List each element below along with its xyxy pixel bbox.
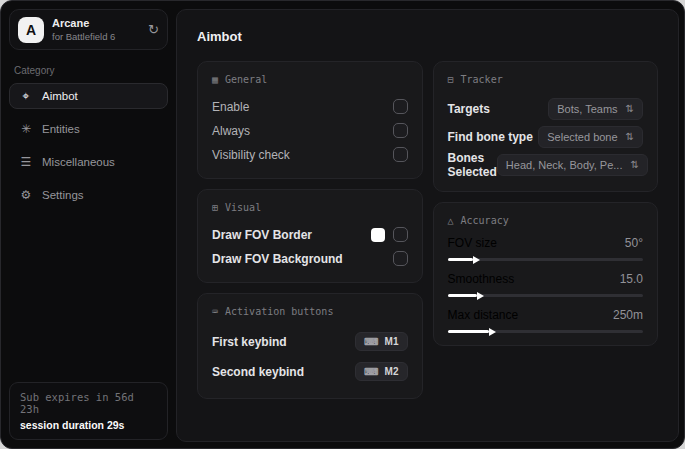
setting-row-max-distance: Max distance 250m: [448, 308, 644, 333]
setting-label: Draw FOV Border: [212, 228, 312, 242]
card-tracker: ⊟ Tracker Targets Bots, Teams ⇅ Find bon…: [433, 61, 659, 192]
gear-icon: ⚙: [19, 189, 33, 201]
setting-value: 15.0: [620, 272, 643, 286]
card-visual: ⊞ Visual Draw FOV Border Draw FOV Backgr…: [197, 189, 423, 283]
entities-icon: ✳: [19, 123, 33, 135]
setting-value: 250m: [613, 308, 643, 322]
plus-box-icon: ⊞: [212, 203, 218, 213]
updown-chevron-icon: ⇅: [630, 160, 638, 170]
crosshair-icon: ⌖: [19, 90, 33, 102]
first-keybind-button[interactable]: ⌨ M1: [355, 332, 407, 351]
app-subtitle: for Battlefield 6: [52, 31, 115, 42]
setting-label: Draw FOV Background: [212, 252, 343, 266]
sidebar-item-entities[interactable]: ✳ Entities: [9, 116, 168, 142]
sidebar-item-label: Aimbot: [42, 90, 78, 102]
find-bone-type-dropdown[interactable]: Selected bone ⇅: [538, 126, 643, 148]
dropdown-value: Head, Neck, Body, Pe...: [506, 159, 623, 171]
session-duration-text: session duration 29s: [20, 419, 157, 431]
card-title: Visual: [225, 202, 261, 213]
setting-row-fov-size: FOV size 50°: [448, 236, 644, 261]
card-activation-buttons: ⌨ Activation buttons First keybind ⌨ M1 …: [197, 293, 423, 399]
card-title: General: [225, 74, 267, 85]
app-logo: A: [18, 17, 44, 43]
setting-label: Bones Selected: [448, 151, 497, 179]
enable-checkbox[interactable]: [393, 99, 408, 114]
setting-label: Always: [212, 124, 250, 138]
card-title: Tracker: [461, 74, 503, 85]
slider-fill[interactable]: [448, 330, 489, 333]
category-label: Category: [14, 65, 163, 76]
card-title: Activation buttons: [225, 306, 333, 317]
setting-label: Visibility check: [212, 148, 290, 162]
app-meta: Arcane for Battlefield 6: [52, 17, 115, 42]
keybind-value: M1: [385, 336, 399, 347]
setting-value: 50°: [625, 236, 643, 250]
setting-label: Find bone type: [448, 130, 533, 144]
keyboard-icon: ⌨: [364, 337, 378, 347]
keyboard-icon: ⌨: [364, 367, 378, 377]
setting-row-visibility-check: Visibility check: [212, 143, 408, 166]
triangle-icon: △: [448, 216, 454, 226]
sidebar-item-aimbot[interactable]: ⌖ Aimbot: [9, 83, 168, 109]
setting-row-draw-fov-border: Draw FOV Border: [212, 223, 408, 246]
card-accuracy: △ Accuracy FOV size 50°: [433, 202, 659, 346]
setting-row-always: Always: [212, 119, 408, 142]
sidebar-item-label: Miscellaneous: [42, 156, 115, 168]
subscription-info: Sub expires in 56d 23h session duration …: [9, 382, 168, 440]
slider-fill[interactable]: [448, 258, 473, 261]
updown-chevron-icon: ⇅: [626, 104, 634, 114]
card-general: ▦ General Enable Always Visibility check: [197, 61, 423, 179]
card-title: Accuracy: [461, 215, 509, 226]
visibility-check-checkbox[interactable]: [393, 147, 408, 162]
smoothness-slider[interactable]: [448, 294, 644, 297]
draw-fov-background-checkbox[interactable]: [393, 251, 408, 266]
targets-dropdown[interactable]: Bots, Teams ⇅: [548, 98, 643, 120]
setting-label: Targets: [448, 102, 490, 116]
keybind-value: M2: [385, 366, 399, 377]
refresh-icon[interactable]: ↻: [148, 23, 159, 36]
setting-row-find-bone-type: Find bone type Selected bone ⇅: [448, 123, 644, 150]
setting-label: First keybind: [212, 335, 287, 349]
keyboard-icon: ⌨: [212, 307, 218, 317]
sub-expiry-text: Sub expires in 56d 23h: [20, 391, 157, 415]
setting-row-targets: Targets Bots, Teams ⇅: [448, 95, 644, 122]
sidebar-item-settings[interactable]: ⚙ Settings: [9, 182, 168, 208]
setting-label: Max distance: [448, 308, 519, 322]
sidebar: A Arcane for Battlefield 6 ↻ Category ⌖ …: [1, 1, 176, 448]
minus-box-icon: ⊟: [448, 75, 454, 85]
draw-fov-border-checkbox[interactable]: [393, 227, 408, 242]
always-checkbox[interactable]: [393, 123, 408, 138]
grid-icon: ▦: [212, 75, 218, 85]
fov-border-color-swatch[interactable]: [371, 228, 385, 242]
setting-row-first-keybind: First keybind ⌨ M1: [212, 327, 408, 356]
second-keybind-button[interactable]: ⌨ M2: [355, 362, 407, 381]
app-header: A Arcane for Battlefield 6 ↻: [9, 9, 168, 50]
setting-row-bones-selected: Bones Selected Head, Neck, Body, Pe... ⇅: [448, 151, 644, 179]
slider-fill[interactable]: [448, 294, 477, 297]
sidebar-item-miscellaneous[interactable]: ☰ Miscellaneous: [9, 149, 168, 175]
dropdown-value: Selected bone: [547, 131, 617, 143]
sidebar-item-label: Entities: [42, 123, 80, 135]
setting-row-smoothness: Smoothness 15.0: [448, 272, 644, 297]
setting-label: Smoothness: [448, 272, 515, 286]
sidebar-item-label: Settings: [42, 189, 84, 201]
app-name: Arcane: [52, 17, 115, 29]
sidebar-nav: ⌖ Aimbot ✳ Entities ☰ Miscellaneous ⚙ Se…: [9, 83, 168, 208]
page-title: Aimbot: [197, 29, 658, 44]
setting-row-draw-fov-background: Draw FOV Background: [212, 247, 408, 270]
fov-size-slider[interactable]: [448, 258, 644, 261]
updown-chevron-icon: ⇅: [626, 132, 634, 142]
setting-label: Second keybind: [212, 365, 304, 379]
max-distance-slider[interactable]: [448, 330, 644, 333]
dropdown-value: Bots, Teams: [557, 103, 617, 115]
main-panel: Aimbot ▦ General Enable Always: [176, 9, 679, 442]
setting-label: FOV size: [448, 236, 497, 250]
setting-label: Enable: [212, 100, 249, 114]
setting-row-enable: Enable: [212, 95, 408, 118]
setting-row-second-keybind: Second keybind ⌨ M2: [212, 357, 408, 386]
sliders-icon: ☰: [19, 156, 33, 168]
bones-selected-dropdown[interactable]: Head, Neck, Body, Pe... ⇅: [497, 154, 648, 176]
app-window: A Arcane for Battlefield 6 ↻ Category ⌖ …: [0, 0, 685, 449]
